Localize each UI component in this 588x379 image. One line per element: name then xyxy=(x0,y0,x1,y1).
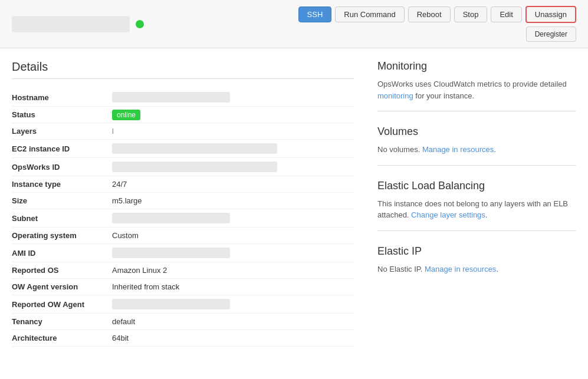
elb-text: This instance does not belong to any lay… xyxy=(377,198,576,221)
label-ami-id: AMI ID xyxy=(12,249,112,258)
value-reported-os: Amazon Linux 2 xyxy=(112,266,167,275)
header: SSH Run Command Reboot Stop Edit Unassig… xyxy=(0,0,588,48)
value-instance-type: 24/7 xyxy=(112,180,127,189)
elastic-ip-text-suffix: . xyxy=(496,265,498,273)
reported-ow-agent-placeholder xyxy=(112,299,230,309)
value-ami-id xyxy=(112,248,230,258)
details-title: Details xyxy=(12,60,354,79)
value-os: Custom xyxy=(112,231,139,240)
label-size: Size xyxy=(12,196,112,205)
value-tenancy: default xyxy=(112,317,135,326)
details-row-hostname: Hostname xyxy=(12,88,354,107)
details-row-status: Status online xyxy=(12,107,354,123)
value-ec2-id xyxy=(112,143,277,154)
details-row-ami-id: AMI ID xyxy=(12,244,354,262)
details-row-opsworks-id: OpsWorks ID xyxy=(12,158,354,176)
elastic-ip-block: Elastic IP No Elastic IP. Manage in reso… xyxy=(377,245,576,285)
run-command-button[interactable]: Run Command xyxy=(335,6,404,22)
header-left xyxy=(12,16,144,32)
main-content: Details Hostname Status online Layers xyxy=(0,48,588,358)
status-badge: online xyxy=(112,110,140,120)
monitoring-text-suffix: for your instance. xyxy=(413,91,474,100)
label-reported-ow-agent: Reported OW Agent xyxy=(12,300,112,309)
elb-text-suffix: . xyxy=(485,210,488,219)
details-row-ec2-id: EC2 instance ID xyxy=(12,140,354,158)
deregister-button[interactable]: Deregister xyxy=(526,27,576,42)
unassign-button[interactable]: Unassign xyxy=(525,6,576,23)
details-row-reported-os: Reported OS Amazon Linux 2 xyxy=(12,262,354,279)
label-status: Status xyxy=(12,110,112,119)
monitoring-link[interactable]: monitoring xyxy=(377,91,413,100)
details-section: Details Hostname Status online Layers xyxy=(12,60,354,347)
header-actions-top-row: SSH Run Command Reboot Stop Edit Unassig… xyxy=(298,6,576,23)
label-ec2-id: EC2 instance ID xyxy=(12,144,112,153)
right-section: Monitoring OpsWorks uses CloudWatch metr… xyxy=(377,60,576,347)
value-layers: l xyxy=(112,127,114,136)
details-row-os: Operating system Custom xyxy=(12,228,354,244)
ec2-id-placeholder xyxy=(112,143,277,154)
details-row-instance-type: Instance type 24/7 xyxy=(12,176,354,193)
volumes-title: Volumes xyxy=(377,126,576,138)
monitoring-text-prefix: OpsWorks uses CloudWatch metrics to prov… xyxy=(377,80,567,88)
label-layers: Layers xyxy=(12,127,112,136)
details-row-size: Size m5.large xyxy=(12,193,354,209)
elb-title: Elastic Load Balancing xyxy=(377,180,576,192)
elastic-ip-title: Elastic IP xyxy=(377,245,576,258)
opsworks-id-placeholder xyxy=(112,162,277,172)
value-architecture: 64bit xyxy=(112,334,129,342)
label-architecture: Architecture xyxy=(12,334,112,342)
value-size: m5.large xyxy=(112,196,142,205)
label-hostname: Hostname xyxy=(12,93,112,102)
label-opsworks-id: OpsWorks ID xyxy=(12,163,112,172)
elastic-ip-text: No Elastic IP. Manage in resources. xyxy=(377,263,576,275)
monitoring-block: Monitoring OpsWorks uses CloudWatch metr… xyxy=(377,60,576,111)
details-row-architecture: Architecture 64bit xyxy=(12,330,354,347)
label-ow-agent-version: OW Agent version xyxy=(12,282,112,291)
volumes-manage-link[interactable]: Manage in resources xyxy=(422,145,494,154)
value-status: online xyxy=(112,110,140,119)
elb-change-link[interactable]: Change layer settings xyxy=(411,210,485,219)
hostname-placeholder xyxy=(112,92,230,103)
stop-button[interactable]: Stop xyxy=(454,6,488,22)
details-row-subnet: Subnet xyxy=(12,209,354,228)
details-row-layers: Layers l xyxy=(12,123,354,140)
layer-link[interactable]: l xyxy=(112,127,114,136)
edit-button[interactable]: Edit xyxy=(491,6,521,22)
status-indicator-dot xyxy=(136,20,144,28)
value-opsworks-id xyxy=(112,162,277,172)
label-tenancy: Tenancy xyxy=(12,317,112,326)
details-table: Hostname Status online Layers l xyxy=(12,88,354,347)
value-ow-agent-version: Inherited from stack xyxy=(112,282,179,291)
deregister-row: Deregister xyxy=(298,27,576,42)
value-hostname xyxy=(112,92,230,103)
elastic-ip-text-prefix: No Elastic IP. xyxy=(377,265,425,273)
ami-id-placeholder xyxy=(112,248,230,258)
label-subnet: Subnet xyxy=(12,214,112,223)
value-subnet xyxy=(112,213,230,223)
elastic-ip-manage-link[interactable]: Manage in resources xyxy=(425,265,496,273)
ssh-button[interactable]: SSH xyxy=(298,6,332,22)
volumes-text-suffix: . xyxy=(494,145,496,154)
instance-name-bar xyxy=(12,16,130,32)
label-reported-os: Reported OS xyxy=(12,266,112,275)
header-actions: SSH Run Command Reboot Stop Edit Unassig… xyxy=(298,6,576,42)
details-row-ow-agent-version: OW Agent version Inherited from stack xyxy=(12,279,354,295)
details-row-reported-ow-agent: Reported OW Agent xyxy=(12,295,354,314)
monitoring-title: Monitoring xyxy=(377,60,576,72)
subnet-placeholder xyxy=(112,213,230,223)
monitoring-text: OpsWorks uses CloudWatch metrics to prov… xyxy=(377,78,576,101)
volumes-text: No volumes. Manage in resources. xyxy=(377,144,576,156)
elb-block: Elastic Load Balancing This instance doe… xyxy=(377,180,576,231)
reboot-button[interactable]: Reboot xyxy=(408,6,451,22)
volumes-block: Volumes No volumes. Manage in resources. xyxy=(377,126,576,166)
volumes-text-prefix: No volumes. xyxy=(377,145,422,154)
value-reported-ow-agent xyxy=(112,299,230,309)
details-row-tenancy: Tenancy default xyxy=(12,314,354,330)
label-instance-type: Instance type xyxy=(12,180,112,189)
label-os: Operating system xyxy=(12,231,112,240)
